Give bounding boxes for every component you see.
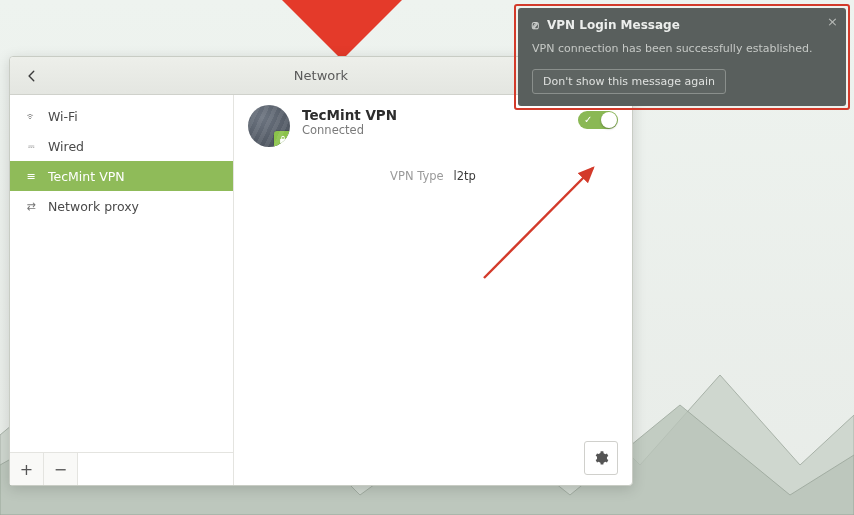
notification-title: VPN Login Message: [547, 18, 680, 32]
back-button[interactable]: [14, 62, 50, 90]
toggle-knob: [601, 112, 617, 128]
sidebar-item-label: Wired: [48, 139, 84, 154]
check-icon: ✓: [584, 115, 592, 125]
vpn-type-value: l2tp: [454, 169, 476, 183]
connection-settings-button[interactable]: [584, 441, 618, 475]
network-icon: ⎚: [532, 19, 539, 32]
connection-property-row: VPN Type l2tp: [248, 169, 618, 183]
sidebar-item-label: Wi-Fi: [48, 109, 78, 124]
sidebar-item-wifi[interactable]: ᯤ Wi-Fi: [10, 101, 233, 131]
connection-state: Connected: [302, 123, 566, 137]
sidebar-item-label: Network proxy: [48, 199, 139, 214]
remove-connection-button[interactable]: −: [44, 453, 78, 485]
annotation-triangle: [272, 0, 412, 60]
sidebar-item-wired[interactable]: ⎓ Wired: [10, 131, 233, 161]
sidebar: ᯤ Wi-Fi ⎓ Wired ≡ TecMint VPN ⇄ Network …: [10, 95, 234, 485]
vpn-enable-toggle[interactable]: ✓: [578, 111, 618, 129]
notification-dismiss-button[interactable]: Don't show this message again: [532, 69, 726, 94]
notification: × ⎚ VPN Login Message VPN connection has…: [518, 8, 846, 106]
wired-icon: ⎓: [24, 140, 38, 153]
network-settings-window: Network ᯤ Wi-Fi ⎓ Wired ≡ TecMint VPN ⇄: [9, 56, 633, 486]
vpn-type-label: VPN Type: [390, 169, 443, 183]
annotation-notification-highlight: × ⎚ VPN Login Message VPN connection has…: [514, 4, 850, 110]
connection-details: TecMint VPN Connected ✓ VPN Type l2tp: [234, 95, 632, 485]
wifi-icon: ᯤ: [24, 110, 38, 123]
notification-title-row: ⎚ VPN Login Message: [532, 18, 832, 32]
lock-icon: [274, 131, 290, 147]
sidebar-item-proxy[interactable]: ⇄ Network proxy: [10, 191, 233, 221]
vpn-icon: ≡: [24, 170, 38, 183]
sidebar-item-label: TecMint VPN: [48, 169, 125, 184]
add-connection-button[interactable]: +: [10, 453, 44, 485]
notification-body: VPN connection has been successfully est…: [532, 42, 832, 55]
sidebar-list: ᯤ Wi-Fi ⎓ Wired ≡ TecMint VPN ⇄ Network …: [10, 95, 233, 452]
sidebar-footer: + −: [10, 452, 233, 485]
gear-icon: [593, 450, 609, 466]
sidebar-item-vpn[interactable]: ≡ TecMint VPN: [10, 161, 233, 191]
notification-close-button[interactable]: ×: [827, 14, 838, 29]
vpn-globe-icon: [248, 105, 290, 147]
proxy-icon: ⇄: [24, 200, 38, 213]
